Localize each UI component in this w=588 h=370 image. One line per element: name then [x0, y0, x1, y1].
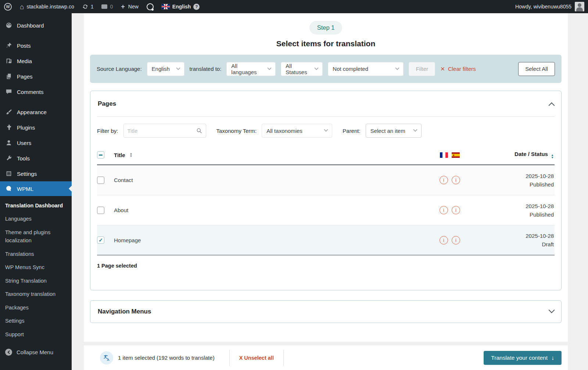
row-checkbox[interactable]: ✓ [97, 236, 104, 244]
sidebar-item-pages[interactable]: Pages [0, 69, 72, 84]
sidebar-item-users[interactable]: Users [0, 135, 72, 150]
chevron-down-icon [413, 128, 417, 132]
table-row: ✓ Homepage i i 2025-10-28 Draft [97, 225, 555, 255]
submenu-support[interactable]: Support [0, 328, 72, 341]
expand-panel-icon[interactable] [549, 307, 555, 313]
sort-date-control[interactable]: ▲▼ [551, 154, 554, 159]
source-language-select[interactable]: English [147, 62, 184, 76]
target-language-select[interactable]: All languages [226, 62, 276, 76]
submenu-translation-dashboard[interactable]: Translation Dashboard [0, 199, 72, 212]
sidebar-item-settings[interactable]: Settings [0, 166, 72, 181]
home-icon: ⌂ [20, 3, 24, 10]
row-checkbox[interactable] [97, 177, 104, 184]
submenu-settings[interactable]: Settings [0, 314, 72, 327]
comments-link[interactable]: 0 [97, 0, 117, 13]
howdy-text[interactable]: Howdy, wivibenuwu8055 [515, 4, 571, 10]
collapse-menu-button[interactable]: Collapse Menu [0, 345, 72, 360]
info-icon[interactable]: i [452, 236, 460, 244]
selection-footer: A 1 item selected (192 words to translat… [84, 345, 568, 370]
completed-select[interactable]: Not completed [328, 62, 404, 76]
wpml-dashboard-canvas: Step 1 Select items for translation Sour… [84, 13, 568, 370]
selected-summary: 1 Page selected [90, 255, 561, 269]
wpml-adminbar-menu[interactable] [143, 0, 158, 13]
info-icon[interactable]: i [440, 176, 448, 184]
taxonomy-term-label: Taxonomy Term: [216, 128, 257, 134]
taxonomy-select[interactable]: All taxonomies [262, 124, 332, 138]
sidebar-item-posts[interactable]: Posts [0, 38, 72, 53]
admin-sidebar: Dashboard Posts Media Pages Comments App… [0, 13, 72, 370]
site-name-link[interactable]: ⌂ stackable.instawp.co [16, 0, 78, 13]
plug-icon [5, 124, 12, 131]
submenu-theme-plugins-localization[interactable]: Theme and plugins localization [0, 226, 72, 247]
navigation-menus-panel: Navigation Menus [90, 300, 562, 323]
select-all-checkbox[interactable] [97, 151, 104, 159]
sidebar-item-media[interactable]: Media [0, 53, 72, 69]
chevron-down-icon [395, 66, 399, 70]
chevron-down-icon [315, 66, 319, 70]
info-icon[interactable]: i [440, 206, 448, 214]
collapse-arrow-icon [5, 349, 12, 356]
wp-logo-menu[interactable]: W [0, 0, 16, 13]
french-flag-icon [440, 152, 448, 158]
unselect-all-link[interactable]: X Unselect all [239, 355, 274, 361]
date-cell: 2025-10-28 [470, 203, 554, 209]
sidebar-item-appearance[interactable]: Appearance [0, 104, 72, 120]
wpml-icon [147, 3, 154, 10]
translate-content-button[interactable]: Translate your content ↓ [484, 351, 562, 365]
sidebar-item-label: Users [17, 140, 31, 146]
pages-icon [5, 73, 12, 80]
new-content-menu[interactable]: + New [117, 0, 143, 13]
sidebar-item-wpml[interactable]: WPML [0, 181, 72, 196]
parent-select[interactable]: Select an item [366, 124, 422, 138]
status-select[interactable]: All Statuses [281, 62, 323, 76]
collapse-panel-icon[interactable] [549, 102, 555, 108]
submenu-packages[interactable]: Packages [0, 301, 72, 314]
help-icon[interactable]: ? [193, 4, 200, 10]
page-title-cell: Contact [114, 177, 133, 183]
table-row: Contact i i 2025-10-28 Published [97, 165, 555, 195]
language-label: English [172, 4, 191, 10]
sidebar-item-label: Comments [17, 89, 44, 95]
submenu-translations[interactable]: Translations [0, 247, 72, 261]
svg-text:A: A [107, 358, 110, 362]
sidebar-item-plugins[interactable]: Plugins [0, 120, 72, 135]
submenu-languages[interactable]: Languages [0, 212, 72, 225]
uk-flag-icon [162, 4, 170, 9]
updates-link[interactable]: 1 [78, 0, 98, 13]
update-icon [82, 4, 88, 10]
submenu-taxonomy-translation[interactable]: Taxonomy translation [0, 287, 72, 301]
submenu-string-translation[interactable]: String Translation [0, 274, 72, 287]
table-header-row: Title ▲▼ Date / Status ▲▼ [97, 145, 555, 165]
update-count: 1 [91, 4, 94, 10]
settings-icon [5, 170, 12, 177]
dashboard-icon [5, 22, 12, 29]
sidebar-item-label: WPML [17, 186, 33, 192]
wordpress-logo-icon: W [4, 3, 12, 11]
translate-icon: A [100, 351, 113, 364]
info-icon[interactable]: i [452, 176, 460, 184]
language-switcher[interactable]: English ? [158, 0, 204, 13]
x-icon: ✕ [440, 66, 445, 72]
sidebar-item-comments[interactable]: Comments [0, 84, 72, 99]
sort-title-control[interactable]: ▲▼ [130, 152, 133, 157]
page-title-cell: About [114, 207, 128, 213]
submenu-wp-menus-sync[interactable]: WP Menus Sync [0, 261, 72, 274]
title-search-input[interactable] [128, 128, 193, 134]
sidebar-item-label: Media [17, 58, 32, 64]
table-row: About i i 2025-10-28 Published [97, 195, 555, 225]
arrow-down-icon: ↓ [551, 355, 554, 361]
site-name: stackable.instawp.co [26, 4, 74, 10]
sidebar-item-tools[interactable]: Tools [0, 150, 72, 166]
select-all-button[interactable]: Select All [518, 62, 555, 76]
filter-button[interactable]: Filter [409, 62, 435, 76]
clear-filters-link[interactable]: ✕ Clear filters [440, 66, 476, 72]
sidebar-item-dashboard[interactable]: Dashboard [0, 18, 72, 33]
main-area: Step 1 Select items for translation Sour… [72, 13, 588, 370]
row-checkbox[interactable] [97, 207, 104, 214]
filter-by-label: Filter by: [97, 128, 118, 134]
sidebar-item-label: Tools [17, 155, 30, 162]
sidebar-item-label: Appearance [17, 109, 47, 115]
avatar[interactable] [575, 2, 584, 11]
info-icon[interactable]: i [440, 236, 448, 244]
info-icon[interactable]: i [452, 206, 460, 214]
